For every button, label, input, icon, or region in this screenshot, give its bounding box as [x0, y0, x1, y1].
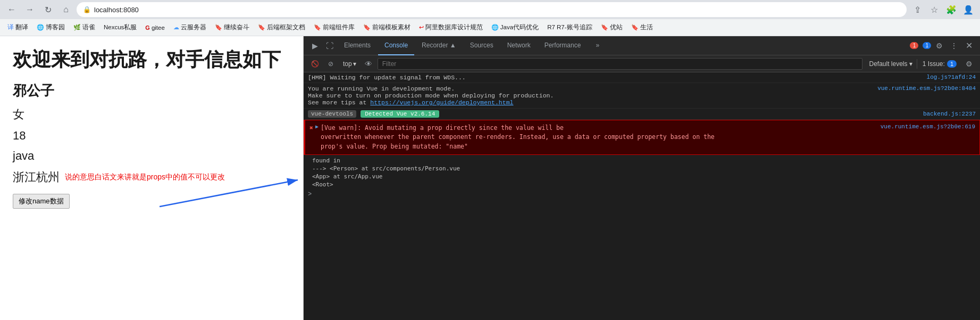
block-network-button[interactable]: ⊘: [324, 57, 338, 71]
top-context-dropdown[interactable]: top ▾: [340, 59, 359, 69]
console-output: [HMR] Waiting for update signal from WDS…: [304, 72, 980, 320]
eye-toggle-button[interactable]: 👁: [362, 57, 375, 71]
person-age: 18: [13, 129, 290, 143]
close-devtools-button[interactable]: ✕: [962, 39, 976, 53]
bookmark-frontend-lib[interactable]: 🔖 前端组件库: [311, 22, 358, 32]
error-text-content: [Vue warn]: Avoid mutating a prop direct…: [321, 124, 715, 151]
bookmark-yuque[interactable]: 🌿 语雀: [70, 22, 98, 32]
nav-bar: ← → ↻ ⌂ 🔒 localhost:8080 ⇪ ☆ 🧩 👤: [0, 0, 980, 19]
back-button[interactable]: ←: [4, 2, 19, 17]
found-in-person: ---> <Person> at src/components/Person.v…: [308, 165, 976, 173]
person-lang: java: [13, 149, 290, 163]
person-gender: 女: [13, 106, 290, 122]
tab-network[interactable]: Network: [501, 36, 537, 55]
page-title: 欢迎来到对抗路，对手信息如下: [13, 47, 290, 73]
vue-devtools-bar: vue-devtools Detected Vue v2.6.14 backen…: [304, 109, 980, 120]
vue-warn-error-block: ✖ ▶ [Vue warn]: Avoid mutating a prop di…: [304, 120, 980, 155]
reload-button[interactable]: ↻: [40, 2, 55, 17]
address-note: 说的意思白话文来讲就是props中的值不可以更改: [65, 173, 225, 182]
devtools-panel: ▶ ⛶ Elements Console Recorder ▲ Sources …: [303, 36, 980, 320]
found-in-app: <App> at src/App.vue: [308, 173, 976, 180]
error-expand-icon[interactable]: ▶: [315, 124, 319, 130]
browser-chrome: ← → ↻ ⌂ 🔒 localhost:8080 ⇪ ☆ 🧩 👤 译 翻译 🌐 …: [0, 0, 980, 36]
console-filter-input[interactable]: [378, 58, 863, 70]
vue-devtools-label: vue-devtools: [308, 110, 356, 118]
modify-name-button[interactable]: 修改name数据: [13, 194, 70, 209]
bookmark-nexus[interactable]: Nexcus私服: [100, 22, 140, 32]
tab-recorder[interactable]: Recorder ▲: [415, 36, 463, 55]
bookmarks-bar: 译 翻译 🌐 博客园 🌿 语雀 Nexcus私服 G gitee ☁ 云服务器 …: [0, 19, 980, 36]
vue-detected-badge: Detected Vue v2.6.14: [361, 110, 439, 118]
address-text: localhost:8080: [94, 6, 139, 14]
devtools-toolbar: ▶ ⛶ Elements Console Recorder ▲ Sources …: [304, 36, 980, 55]
bookmark-cloud[interactable]: ☁ 云服务器: [170, 22, 210, 32]
bookmark-ali-db[interactable]: ↩ 阿里数据库设计规范: [416, 22, 486, 32]
webpage-content: 欢迎来到对抗路，对手信息如下 邪公子 女 18 java 浙江杭州 说的意思白话…: [0, 36, 303, 320]
issue-count-display: 1 Issue: 1: [919, 59, 960, 69]
tab-elements[interactable]: Elements: [338, 36, 377, 55]
hmr-message: [HMR] Waiting for update signal from WDS…: [308, 74, 923, 81]
bookmark-struggle[interactable]: 🔖 继续奋斗: [212, 22, 253, 32]
bookmark-translate[interactable]: 译 翻译: [4, 22, 31, 33]
hmr-source[interactable]: log.js?1afd:24: [927, 74, 976, 81]
extensions-button[interactable]: 🧩: [944, 2, 959, 17]
vue-dev-message: You are running Vue in development mode.…: [308, 85, 873, 106]
tab-sources[interactable]: Sources: [464, 36, 500, 55]
tab-performance[interactable]: Performance: [538, 36, 588, 55]
found-in-label: found in: [308, 157, 976, 165]
bookmark-backend-docs[interactable]: 🔖 后端框架文档: [255, 22, 308, 32]
console-line-hmr: [HMR] Waiting for update signal from WDS…: [304, 72, 980, 83]
error-count-badge: 1: [910, 42, 918, 49]
nav-actions: ⇪ ☆ 🧩 👤: [910, 2, 976, 17]
bookmark-youzhan[interactable]: 🔖 优站: [598, 22, 626, 32]
vue-dev-source[interactable]: vue.runtime.esm.js?2b0e:8484: [877, 85, 976, 106]
found-in-root: <Root>: [308, 180, 976, 188]
info-count-badge: 1: [923, 42, 931, 49]
found-in-section: found in ---> <Person> at src/components…: [304, 155, 980, 188]
main-area: 欢迎来到对抗路，对手信息如下 邪公子 女 18 java 浙江杭州 说的意思白话…: [0, 36, 980, 320]
tab-console[interactable]: Console: [378, 36, 414, 55]
tab-more[interactable]: »: [589, 36, 606, 55]
more-options-button[interactable]: ⋮: [947, 39, 961, 53]
share-button[interactable]: ⇪: [910, 2, 925, 17]
bookmark-java-optimize[interactable]: 🌐 Java代码优化: [488, 22, 542, 32]
bookmark-life[interactable]: 🔖 生活: [628, 22, 656, 32]
error-x-icon: ✖: [309, 124, 313, 132]
console-line-vue-dev: You are running Vue in development mode.…: [304, 83, 980, 109]
device-toggle-button[interactable]: ⛶: [323, 39, 337, 53]
issue-blue-badge: 1: [947, 60, 957, 68]
forward-button[interactable]: →: [22, 2, 37, 17]
console-prompt[interactable]: >: [304, 188, 980, 200]
address-bar[interactable]: 🔒 localhost:8080: [77, 2, 907, 17]
bookmark-blog[interactable]: 🌐 博客园: [33, 22, 68, 32]
clear-console-button[interactable]: 🚫: [308, 57, 322, 71]
person-address: 浙江杭州: [13, 169, 60, 185]
bookmark-frontend-template[interactable]: 🔖 前端模板素材: [360, 22, 414, 32]
avatar-button[interactable]: 👤: [961, 2, 976, 17]
console-settings-button[interactable]: ⚙: [962, 57, 976, 71]
person-address-row: 浙江杭州 说的意思白话文来讲就是props中的值不可以更改: [13, 169, 290, 185]
lock-icon: 🔒: [83, 6, 91, 13]
inspect-element-button[interactable]: ▶: [308, 39, 322, 53]
settings-button[interactable]: ⚙: [932, 39, 946, 53]
console-toolbar: 🚫 ⊘ top ▾ 👁 Default levels ▾ 1 Issue: 1 …: [304, 55, 980, 72]
default-levels-dropdown[interactable]: Default levels ▾: [865, 59, 917, 69]
bookmark-r7[interactable]: R7 R7-账号追踪: [544, 22, 595, 32]
bookmark-button[interactable]: ☆: [927, 2, 942, 17]
vue-bar-source[interactable]: backend.js:2237: [923, 111, 976, 117]
person-name: 邪公子: [13, 81, 290, 100]
vue-guide-link[interactable]: https://vuejs.org/guide/deployment.html: [370, 99, 513, 106]
bookmark-gitee[interactable]: G gitee: [142, 23, 168, 32]
home-button[interactable]: ⌂: [58, 2, 73, 17]
error-source[interactable]: vue.runtime.esm.js?2b0e:619: [881, 124, 975, 130]
